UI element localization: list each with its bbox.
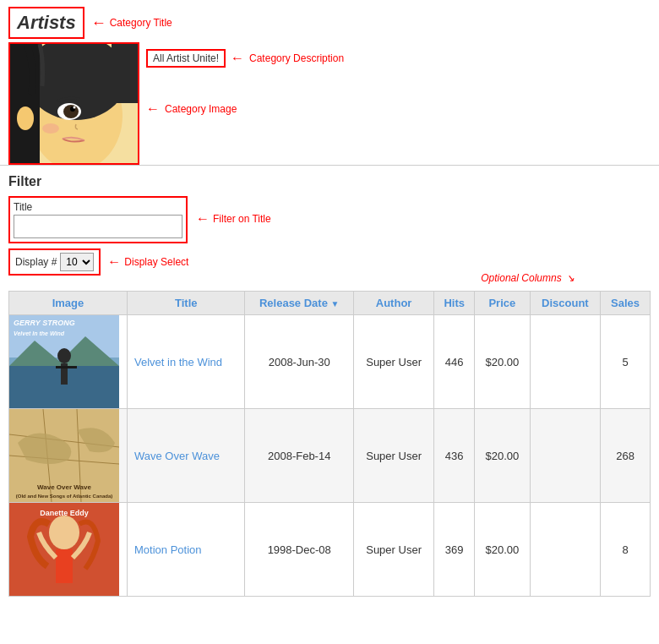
product-sales: 5 <box>601 315 651 409</box>
col-header-sales: Sales <box>601 292 651 315</box>
product-sales: 8 <box>601 503 651 597</box>
product-image-cell: Wave Over Wave (Old and New Songs of Atl… <box>9 409 128 503</box>
display-select-box: Display # 5 10 15 20 25 <box>8 248 101 276</box>
product-discount <box>530 315 601 409</box>
title-filter-box: Title <box>8 196 188 243</box>
category-title-label: Category Title <box>110 17 172 29</box>
product-discount <box>530 409 601 503</box>
svg-text:Velvet In the Wind: Velvet In the Wind <box>14 330 65 336</box>
arrow-left-icon: ← <box>91 14 106 32</box>
product-title-cell: Velvet in the Wind <box>128 315 245 409</box>
product-price: $20.00 <box>475 315 530 409</box>
product-image-cell: Danette Eddy <box>9 503 128 597</box>
product-hits: 446 <box>434 315 475 409</box>
filter-title: Filter <box>8 174 651 189</box>
page-wrapper: Artists ← Category Title <box>0 0 659 605</box>
table-row: GERRY STRONG Velvet In the Wind Velvet i… <box>9 315 651 409</box>
col-header-image: Image <box>9 292 128 315</box>
svg-point-31 <box>49 516 79 549</box>
product-price: $20.00 <box>475 409 530 503</box>
category-title: Artists <box>17 12 76 34</box>
category-image-label: Category Image <box>165 103 237 115</box>
product-title-cell: Motion Potion <box>128 503 245 597</box>
col-header-discount: Discount <box>530 292 601 315</box>
display-label: Display # <box>15 256 57 268</box>
product-author: Super User <box>353 315 433 409</box>
product-author: Super User <box>353 409 433 503</box>
title-filter-input[interactable] <box>14 215 182 238</box>
optional-columns-annotation: Optional Columns ↘ <box>481 272 575 284</box>
svg-point-10 <box>42 123 59 134</box>
album-art: Danette Eddy <box>9 503 119 596</box>
category-image <box>10 44 139 165</box>
title-label: Title <box>14 201 182 213</box>
arrow-left-icon-4: ← <box>196 211 210 226</box>
col-header-author: Author <box>353 292 433 315</box>
display-select-label: Display Select <box>124 256 188 268</box>
svg-point-16 <box>57 348 71 363</box>
col-header-price: Price <box>475 292 530 315</box>
product-title-link[interactable]: Wave Over Wave <box>134 450 220 462</box>
table-section: Optional Columns ↘ Image Title Release D… <box>0 291 659 605</box>
table-header-row: Image Title Release Date Author Hits <box>9 292 651 315</box>
image-annotation-row: ← Category Image <box>146 101 344 117</box>
table-row: Wave Over Wave (Old and New Songs of Atl… <box>9 409 651 503</box>
arrow-down-right-icon: ↘ <box>566 272 575 284</box>
category-image-box <box>8 42 139 165</box>
col-header-title: Title <box>128 292 245 315</box>
product-image-cell: GERRY STRONG Velvet In the Wind <box>9 315 128 409</box>
col-header-hits: Hits <box>434 292 475 315</box>
product-title-link[interactable]: Motion Potion <box>134 543 202 556</box>
svg-rect-3 <box>10 44 40 165</box>
product-hits: 369 <box>434 503 475 597</box>
product-release-date: 2008-Feb-14 <box>245 409 353 503</box>
top-area: Artists ← Category Title <box>0 0 659 165</box>
arrow-left-icon-3: ← <box>146 101 160 117</box>
svg-rect-18 <box>56 366 77 368</box>
display-select-annotation: ← Display Select <box>107 254 188 270</box>
title-row: Artists ← Category Title <box>8 7 651 39</box>
arrow-left-icon-2: ← <box>231 51 244 66</box>
optional-columns-label: Optional Columns <box>481 272 561 284</box>
filter-input-row: Title ← Filter on Title <box>8 196 651 243</box>
svg-point-7 <box>63 105 79 118</box>
table-row: Danette Eddy Motion Potion1998-Dec-08Sup… <box>9 503 651 597</box>
svg-rect-32 <box>56 549 73 583</box>
product-title-cell: Wave Over Wave <box>128 409 245 503</box>
category-description: All Artist Unite! <box>146 49 226 68</box>
svg-text:Wave Over Wave: Wave Over Wave <box>37 483 91 491</box>
display-select[interactable]: 5 10 15 20 25 <box>60 253 94 271</box>
album-art: GERRY STRONG Velvet In the Wind <box>9 315 119 408</box>
product-release-date: 2008-Jun-30 <box>245 315 353 409</box>
product-author: Super User <box>353 503 433 597</box>
filter-on-title-label: Filter on Title <box>213 213 271 225</box>
product-price: $20.00 <box>475 503 530 597</box>
product-title-link[interactable]: Velvet in the Wind <box>134 356 222 368</box>
svg-rect-4 <box>112 44 139 103</box>
image-desc-row: All Artist Unite! ← Category Description… <box>8 42 651 165</box>
svg-text:Danette Eddy: Danette Eddy <box>40 509 89 517</box>
filter-on-title-annotation: ← Filter on Title <box>196 196 271 226</box>
category-title-box: Artists <box>8 7 84 39</box>
desc-annotation-row: All Artist Unite! ← Category Description <box>146 49 344 68</box>
svg-text:(Old and New Songs of Atlantic: (Old and New Songs of Atlantic Canada) <box>16 494 112 499</box>
category-description-label: Category Description <box>249 52 344 64</box>
product-sales: 268 <box>601 409 651 503</box>
product-discount <box>530 503 601 597</box>
svg-text:GERRY STRONG: GERRY STRONG <box>14 319 75 327</box>
svg-point-5 <box>17 106 34 130</box>
album-art: Wave Over Wave (Old and New Songs of Atl… <box>9 409 119 502</box>
col-header-release-date[interactable]: Release Date <box>245 292 353 315</box>
product-hits: 436 <box>434 409 475 503</box>
svg-point-9 <box>74 106 76 109</box>
arrow-left-icon-5: ← <box>107 254 121 270</box>
product-release-date: 1998-Dec-08 <box>245 503 353 597</box>
products-table: Image Title Release Date Author Hits <box>8 291 651 597</box>
category-title-annotation: ← Category Title <box>91 14 172 32</box>
right-annotations: All Artist Unite! ← Category Description… <box>146 42 344 117</box>
filter-section: Filter Title ← Filter on Title Display #… <box>0 165 659 284</box>
